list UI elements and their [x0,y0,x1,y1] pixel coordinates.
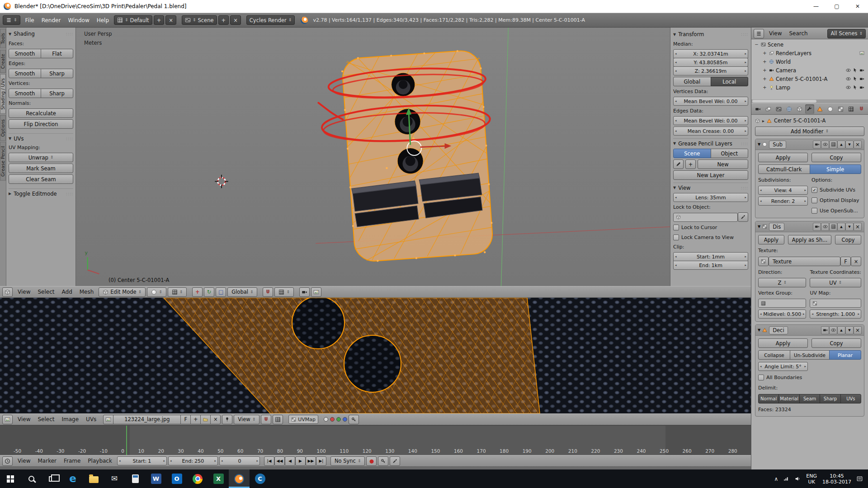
uv-pivot-selector[interactable]: View⇕ [234,415,259,424]
tool-shelf-tab[interactable]: Shading / UVs [0,74,6,114]
recalculate-button[interactable]: Recalculate [9,108,73,118]
tool-shelf-tab[interactable]: Create [0,50,6,73]
image-pin-toggle[interactable] [222,415,232,424]
viewport-3d[interactable]: y User Persp Meters (0) Center 5-C-01001… [76,28,670,286]
tab-render-layers[interactable] [764,104,773,114]
scene-selector[interactable]: ⇕Scene [182,15,217,25]
mode-selector[interactable]: Edit Mode⇕ [99,287,146,297]
tab-render[interactable] [754,104,763,114]
uv-lock-toggle[interactable] [349,415,359,424]
tab-material[interactable] [826,104,835,114]
toggle-realtime-icon[interactable] [821,141,829,149]
scene-add-button[interactable]: + [218,15,229,25]
start-button[interactable] [0,469,21,488]
fake-user-button[interactable]: F [840,257,851,266]
menu-item[interactable]: Select [34,289,58,295]
tab-modifiers[interactable] [805,104,814,114]
render-subdivisions-slider[interactable]: ◂Render:2▸ [758,197,808,206]
network-icon[interactable] [783,476,789,482]
modifier-name-field[interactable]: Sub [769,141,786,149]
faces-flat-button[interactable]: Flat [41,49,73,58]
playback-button[interactable]: |◀ [264,456,274,466]
image-open-button[interactable] [200,415,211,424]
taskbar-blender-active[interactable] [229,469,250,488]
hidden-icons-chevron[interactable]: ∧ [774,476,778,482]
tab-object-data[interactable] [816,104,825,114]
editor-type-selector[interactable] [2,456,13,466]
collapse-mode-button[interactable]: Collapse [758,350,790,360]
clock[interactable]: 10:4518-03-2017 [822,473,851,485]
visibility-eye-icon[interactable] [846,76,851,81]
uvs-panel-header[interactable]: ▼UVs:::: [9,133,73,142]
volume-icon[interactable] [795,476,801,482]
layout-add-button[interactable]: + [154,15,165,25]
toggle-editmode-icon[interactable] [829,141,837,149]
copy-button[interactable]: Copy [835,235,861,244]
render-icon[interactable] [859,51,864,56]
uv-map-selector[interactable]: UVMap [288,415,318,424]
menu-item[interactable]: Frame [60,458,84,464]
mark-seam-button[interactable]: Mark Seam [9,164,73,173]
view-subdivisions-slider[interactable]: ◂View:4▸ [758,186,808,195]
expand-icon[interactable]: ▼ [758,142,760,146]
copy-button[interactable]: Copy [811,153,861,162]
edges-sharp-button[interactable]: Sharp [41,69,73,78]
transform-panel-header[interactable]: ▼Transform:::: [673,30,748,39]
menu-item[interactable]: UVs [82,416,100,422]
expand-icon[interactable]: ▼ [758,225,760,229]
channel-green-icon[interactable] [336,417,341,422]
taskbar-edge[interactable]: e [62,469,83,488]
outliner-row-active-object[interactable]: + Center 5-C-01001-A [751,75,868,83]
task-view-button[interactable] [42,469,62,488]
playback-button[interactable]: ▶| [316,456,326,466]
clip-end-slider[interactable]: ◂End:1km▸ [673,261,748,270]
menu-item[interactable]: Search [785,30,811,37]
texture-coordinates-selector[interactable]: UV⇕ [810,278,861,287]
tab-world[interactable] [784,104,793,114]
tab-physics[interactable] [857,104,866,114]
tool-shelf-tab[interactable]: Grease Pencil [0,142,6,181]
sync-mode-selector[interactable]: No Sync⇕ [330,456,365,466]
opengl-render-anim-button[interactable] [311,287,321,297]
delimit-material-button[interactable]: Material [778,394,800,404]
insert-keyframe-button[interactable] [390,456,400,466]
menu-item[interactable]: View [14,458,34,464]
delimit-sharp-button[interactable]: Sharp [820,394,840,404]
keying-set-button[interactable] [378,456,388,466]
texture-browse-button[interactable] [758,257,769,266]
texture-name-field[interactable]: Texture [769,257,840,266]
close-button[interactable]: ✕ [847,0,868,13]
collapse-icon[interactable]: − [754,42,759,47]
current-frame-field[interactable]: ◂0▸ [219,456,260,465]
lock-to-cursor-checkbox[interactable] [673,225,679,230]
modifier-name-field[interactable]: Dis [769,223,784,231]
viewport-shading-selector[interactable]: ⇕ [147,287,166,297]
vertex-group-field[interactable] [758,299,806,308]
snap-magnet-toggle[interactable] [263,287,273,297]
expand-icon[interactable]: ▼ [758,328,760,332]
image-name-field[interactable]: 123224_large.jpg [113,415,181,424]
midlevel-slider[interactable]: ◂Midlevel:0.500▸ [758,310,806,319]
tool-shelf-tab[interactable]: Options [0,115,6,141]
vertex-bevel-weight-slider[interactable]: ◂Mean Bevel Wei:0.00▸ [673,97,748,106]
tool-shelf-tab[interactable]: Tools [0,29,6,48]
local-button[interactable]: Local [711,77,749,86]
menu-item[interactable]: Marker [34,458,60,464]
modifier-header[interactable]: ▼ Sub ▲ ▼ × [755,139,864,150]
global-button[interactable]: Global [673,77,711,86]
delimit-uvs-button[interactable]: UVs [840,394,861,404]
optimal-display-checkbox[interactable] [811,197,817,203]
expand-icon[interactable]: + [762,51,767,56]
minimize-button[interactable]: — [806,0,826,13]
edge-bevel-weight-slider[interactable]: ◂Mean Bevel Wei:0.00▸ [673,116,748,125]
manipulator-scale-button[interactable]: □ [216,287,226,297]
clip-start-slider[interactable]: ◂Start:1mm▸ [673,252,748,261]
lens-slider[interactable]: ◂Lens:35mm▸ [673,193,748,202]
selectability-cursor-icon[interactable] [853,68,858,73]
image-new-button[interactable]: + [190,415,201,424]
pivot-point-selector[interactable]: ⇕ [168,287,187,297]
channel-color-icon[interactable] [324,417,328,422]
renderability-camera-icon[interactable] [859,85,864,90]
move-up-button[interactable]: ▲ [837,326,845,334]
simple-button[interactable]: Simple [810,164,862,174]
